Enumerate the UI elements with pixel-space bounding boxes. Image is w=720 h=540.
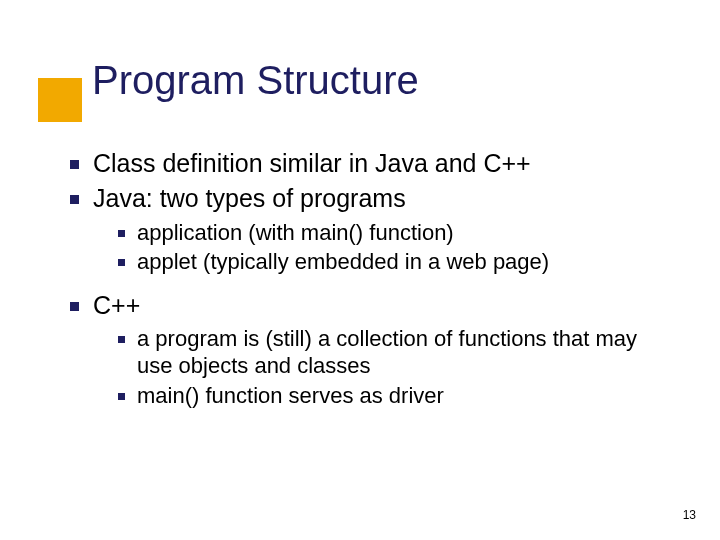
bullet-icon xyxy=(118,336,125,343)
list-item: Java: two types of programs xyxy=(70,183,670,214)
bullet-icon xyxy=(70,195,79,204)
accent-square-icon xyxy=(38,78,82,122)
title-block: Program Structure xyxy=(0,0,720,50)
list-item: C++ xyxy=(70,290,670,321)
list-item: application (with main() function) xyxy=(118,219,670,247)
slide-title: Program Structure xyxy=(92,58,419,103)
list-item: a program is (still) a collection of fun… xyxy=(118,325,670,380)
list-item-text: main() function serves as driver xyxy=(137,382,444,410)
page-number: 13 xyxy=(683,508,696,522)
bullet-icon xyxy=(70,160,79,169)
list-item: main() function serves as driver xyxy=(118,382,670,410)
bullet-icon xyxy=(118,393,125,400)
list-item-text: application (with main() function) xyxy=(137,219,454,247)
list-item-text: C++ xyxy=(93,290,140,321)
list-item-text: applet (typically embedded in a web page… xyxy=(137,248,549,276)
list-item: applet (typically embedded in a web page… xyxy=(118,248,670,276)
bullet-icon xyxy=(70,302,79,311)
list-item-text: Java: two types of programs xyxy=(93,183,406,214)
list-item-text: Class definition similar in Java and C++ xyxy=(93,148,531,179)
slide-body: Class definition similar in Java and C++… xyxy=(70,148,670,411)
bullet-icon xyxy=(118,230,125,237)
slide: Program Structure Class definition simil… xyxy=(0,0,720,540)
list-item-text: a program is (still) a collection of fun… xyxy=(137,325,670,380)
bullet-icon xyxy=(118,259,125,266)
list-item: Class definition similar in Java and C++ xyxy=(70,148,670,179)
